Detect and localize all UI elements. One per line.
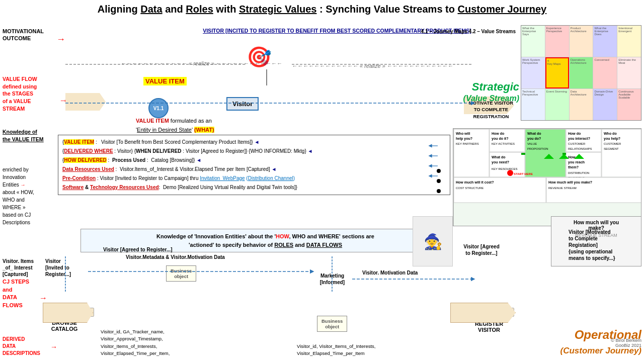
main-container: Aligning Data and Roles with Strategic V… — [0, 0, 644, 362]
svg-text:help you?: help you? — [456, 137, 472, 141]
motivation-data-label: Visitor. Motivation Data — [362, 270, 418, 276]
journey-maps-label: 4.1 – Journey Maps 4.2 – Value Streams — [421, 28, 516, 35]
data-desc-1: Visitor_id, GA_Tracker_name, Visitor_App… — [101, 328, 272, 357]
svg-marker-36 — [521, 153, 525, 155]
visitor-invited-label: Visitor[Invited toRegister...] — [45, 258, 86, 278]
svg-text:KEY PARTNERS: KEY PARTNERS — [456, 142, 479, 145]
svg-text:you interact?: you interact? — [568, 137, 590, 141]
svg-text:you do?: you do? — [527, 137, 541, 141]
stage-arrow-left — [65, 93, 106, 111]
realize-right-label: ←←←←←←←←←←←← « realize » ←←←←←←←←←←←← — [292, 63, 453, 69]
visitor-items-label: Visitor. Items_of_ Interest[Captured] — [3, 258, 43, 278]
copyright-text: © Birol BerkemGooBiz 2021 — [611, 338, 641, 348]
register-arrow — [450, 303, 516, 323]
character-image: 🧙 — [413, 216, 453, 266]
svg-text:you help?: you help? — [604, 137, 620, 141]
svg-text:What do: What do — [527, 132, 541, 135]
svg-text:COST STRUCTURE: COST STRUCTURE — [456, 187, 484, 190]
visitor-motivated-label: Visitor [Motivatedto CompleteRegistation… — [569, 229, 641, 261]
visitor-box: Visitor — [226, 97, 259, 111]
svg-text:How much will you make?: How much will you make? — [548, 180, 592, 185]
business-object-2: Businessobject — [317, 316, 347, 332]
visitor-agreed-right-label: Visitor [Agreedto Register...] — [449, 243, 514, 256]
cj-steps-label: CJ STEPSandDATAFLOWS — [3, 278, 29, 309]
bmc-right-diagram: Who will help you? KEY PARTNERS How do y… — [453, 128, 641, 226]
svg-text:DISTRIBUTION: DISTRIBUTION — [568, 171, 589, 174]
derived-data-label: DERIVEDDATA DESCRIPTIONS — [3, 336, 48, 357]
browse-arrow — [43, 303, 93, 323]
visitor-agreed-top-label: Visitor [Agreed to Register...] — [103, 247, 173, 252]
motivational-arrow-icon: → — [56, 34, 65, 45]
svg-text:How do: How do — [568, 132, 581, 135]
svg-text:CUSTOMER: CUSTOMER — [568, 142, 586, 145]
svg-text:you do it?: you do it? — [492, 137, 508, 141]
svg-text:START HERE: START HERE — [514, 172, 533, 175]
svg-text:SEGMENT: SEGMENT — [604, 147, 619, 150]
svg-text:Who will: Who will — [456, 132, 470, 135]
data-desc-2: Visitor_id, Visitor_Items_of_Interests, … — [297, 343, 448, 357]
strategic-label: Strategic — [472, 80, 519, 94]
svg-text:What do: What do — [492, 155, 506, 159]
svg-text:Who do: Who do — [604, 132, 617, 135]
realize-left-label: ←←←←←←←←←←←← « realize » ←←←←←←←←←←←← — [121, 60, 282, 66]
business-object-1: Businessobject — [166, 265, 196, 282]
value-flow-label: VALUE FLOW defined using the STAGES of a… — [3, 75, 37, 112]
svg-point-34 — [507, 170, 513, 176]
svg-text:KEY RESOURCES: KEY RESOURCES — [492, 167, 518, 170]
svg-text:PROPOSITION: PROPOSITION — [527, 147, 548, 150]
svg-text:How much will it cost?: How much will it cost? — [456, 180, 494, 184]
v11-node: V1.1 — [148, 98, 169, 118]
page-title: Aligning Data and Roles with Strategic V… — [0, 0, 644, 16]
svg-text:VALUE: VALUE — [527, 142, 537, 145]
motivational-outcome-label: MOTIVATIONALOUTCOME — [3, 28, 44, 42]
value-stream-sublabel: (Value Stream) — [463, 94, 519, 103]
cj-arrow-icon: → — [39, 294, 47, 303]
marketing-informed-label: Marketing[Informed] — [311, 273, 354, 286]
metadata-label: Visitor.Metadata & Visitor.Motivation Da… — [126, 254, 225, 260]
svg-text:you reach: you reach — [568, 160, 585, 164]
svg-text:you need?: you need? — [492, 160, 509, 164]
value-item-label: VALUE ITEM — [143, 77, 187, 85]
derived-arrow-icon: → — [50, 343, 57, 351]
svg-text:CUSTOMER: CUSTOMER — [604, 142, 621, 145]
svg-text:RELATIONSHIPS: RELATIONSHIPS — [568, 147, 592, 150]
svg-text:them?: them? — [568, 165, 579, 169]
svg-text:KEY ACTIVITIES: KEY ACTIVITIES — [492, 142, 515, 145]
knowledge-label: Knowledge ofthe VALUE ITEM — [3, 128, 43, 143]
svg-text:How do: How do — [492, 132, 504, 135]
main-content-box: {VALUE ITEM : Visitor [To Benefit from B… — [58, 135, 450, 195]
value-item-formulated: VALUE ITEM formulated as an 'Entity in D… — [136, 117, 214, 134]
knowledge-desc: enriched byInnovationEntities → about « … — [3, 166, 58, 226]
strategic-bmc-diagram: What the EnterpriseSays ExperiencePerspe… — [521, 25, 641, 121]
svg-text:REVENUE STREAM: REVENUE STREAM — [548, 187, 577, 190]
